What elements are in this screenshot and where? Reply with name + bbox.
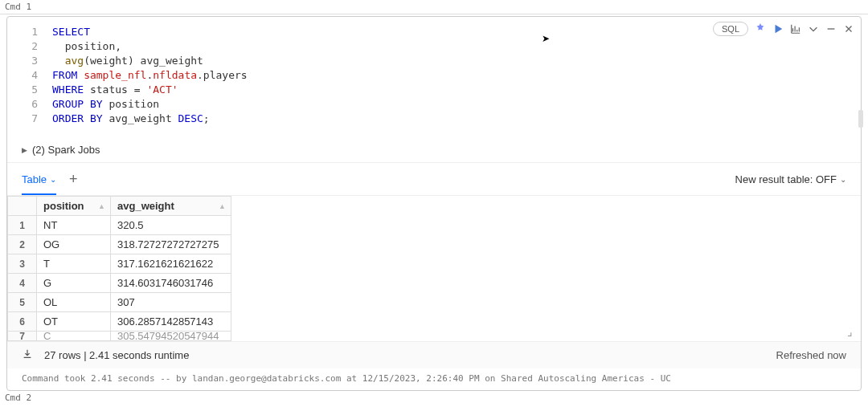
row-number: 5 xyxy=(8,293,37,312)
rownum-header[interactable] xyxy=(8,197,37,216)
line-number: 5 xyxy=(7,83,52,97)
line-number: 4 xyxy=(7,68,52,83)
resize-corner-icon[interactable]: ⌟ xyxy=(847,325,853,338)
triangle-right-icon: ▶ xyxy=(22,146,27,154)
cell-position: G xyxy=(37,274,111,293)
result-table-toggle[interactable]: New result table: OFF ⌄ xyxy=(735,173,846,185)
cell-avg-weight: 306.2857142857143 xyxy=(111,312,231,332)
col-header-avg-weight[interactable]: avg_weight▲ xyxy=(111,197,231,216)
table-row[interactable]: 2OG318.72727272727275 xyxy=(8,235,231,254)
chart-icon[interactable] xyxy=(790,23,801,35)
chevron-down-icon[interactable] xyxy=(808,23,819,35)
line-number: 7 xyxy=(7,112,52,126)
result-table: position▲ avg_weight▲ 1NT320.52OG318.727… xyxy=(7,196,231,341)
col-label: position xyxy=(43,200,84,212)
chevron-down-icon[interactable]: ⌄ xyxy=(50,175,56,184)
line-number: 3 xyxy=(7,54,52,68)
tab-label: Table xyxy=(22,173,47,185)
line-number: 6 xyxy=(7,97,52,112)
col-label: avg_weight xyxy=(117,200,174,212)
run-icon[interactable] xyxy=(772,23,784,35)
cell-avg-weight: 307 xyxy=(111,293,231,312)
command-meta: Command took 2.41 seconds -- by landan.g… xyxy=(7,368,861,390)
row-number: 3 xyxy=(8,254,37,274)
col-header-position[interactable]: position▲ xyxy=(37,197,111,216)
result-tabs-row: Table ⌄ + New result table: OFF ⌄ xyxy=(7,162,861,196)
table-row[interactable]: 1NT320.5 xyxy=(8,216,231,235)
tab-table[interactable]: Table ⌄ xyxy=(22,165,56,194)
result-table-wrap: position▲ avg_weight▲ 1NT320.52OG318.727… xyxy=(7,196,861,341)
cell-avg-weight: 314.6031746031746 xyxy=(111,274,231,293)
row-count-label: 27 rows | 2.41 seconds runtime xyxy=(44,349,189,361)
cell-avg-weight: 320.5 xyxy=(111,216,231,235)
resize-handle[interactable] xyxy=(858,110,863,128)
cell-avg-weight: 317.1621621621622 xyxy=(111,254,231,274)
refreshed-label: Refreshed now xyxy=(776,349,846,361)
cell-position: NT xyxy=(37,216,111,235)
minimize-icon[interactable] xyxy=(825,23,837,35)
spark-jobs-toggle[interactable]: ▶ (2) Spark Jobs xyxy=(7,137,861,162)
chevron-down-icon: ⌄ xyxy=(840,175,846,184)
sort-icon[interactable]: ▲ xyxy=(98,202,105,210)
spark-jobs-label: (2) Spark Jobs xyxy=(32,144,100,156)
line-number: 1 xyxy=(7,25,52,39)
cell-avg-weight: 318.72727272727275 xyxy=(111,235,231,254)
table-row[interactable]: 3T317.1621621621622 xyxy=(8,254,231,274)
cell-label-bottom: Cmd 2 xyxy=(0,391,868,405)
cell-position: OT xyxy=(37,312,111,332)
cell-label-top: Cmd 1 xyxy=(0,0,868,14)
cell-toolbar: SQL xyxy=(713,22,854,36)
line-number: 2 xyxy=(7,39,52,54)
cell-position: OG xyxy=(37,235,111,254)
download-icon[interactable] xyxy=(22,348,33,362)
table-row[interactable]: 4G314.6031746031746 xyxy=(8,274,231,293)
cell-position: OL xyxy=(37,293,111,312)
row-number: 1 xyxy=(8,216,37,235)
row-number: 4 xyxy=(8,274,37,293)
cell-position: T xyxy=(37,254,111,274)
sort-icon[interactable]: ▲ xyxy=(219,202,226,210)
table-row-truncated: 7C305.54794520547944 xyxy=(8,332,231,341)
language-badge[interactable]: SQL xyxy=(713,22,748,36)
add-tab-button[interactable]: + xyxy=(69,171,78,188)
result-toggle-label: New result table: OFF xyxy=(735,173,837,185)
result-footer: 27 rows | 2.41 seconds runtime Refreshed… xyxy=(7,341,861,368)
close-icon[interactable] xyxy=(843,23,854,35)
assist-icon[interactable] xyxy=(755,23,766,35)
mouse-cursor-icon: ➤ xyxy=(542,33,550,44)
row-number: 2 xyxy=(8,235,37,254)
notebook-cell: ➤ SQL 1SELECT 2 position, 3 avg(weight) … xyxy=(6,16,862,391)
row-number: 6 xyxy=(8,312,37,332)
table-row[interactable]: 6OT306.2857142857143 xyxy=(8,312,231,332)
table-row[interactable]: 5OL307 xyxy=(8,293,231,312)
